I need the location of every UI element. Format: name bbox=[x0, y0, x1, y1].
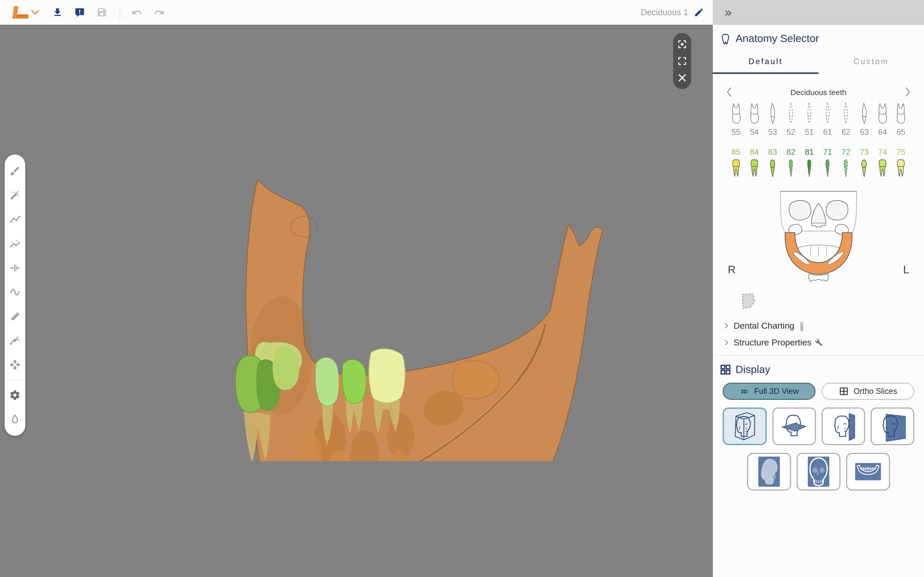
implant-icon bbox=[798, 322, 806, 330]
opacity-tool[interactable] bbox=[9, 414, 21, 425]
save-button[interactable] bbox=[96, 6, 108, 18]
thumb-lateral-ceph-view[interactable] bbox=[747, 453, 791, 490]
expander-structure-properties[interactable]: Structure Properties bbox=[723, 337, 924, 348]
upper-tooth-number: 65 bbox=[892, 127, 910, 137]
upper-tooth-64[interactable] bbox=[874, 101, 892, 125]
toolbar-divider bbox=[120, 5, 120, 20]
upper-tooth-55[interactable] bbox=[727, 101, 745, 125]
wrench-icon bbox=[815, 339, 823, 347]
lower-tooth-71[interactable] bbox=[818, 158, 837, 179]
skull-diagram[interactable] bbox=[775, 189, 863, 284]
upper-tooth-number: 53 bbox=[763, 127, 782, 137]
lower-tooth-number: 82 bbox=[782, 148, 800, 157]
segmentation-toolbar bbox=[5, 155, 25, 436]
expander-dental-charting[interactable]: Dental Charting bbox=[723, 321, 924, 331]
upper-tooth-63[interactable] bbox=[855, 101, 874, 125]
lower-tooth-84[interactable] bbox=[745, 158, 763, 179]
lower-tooth-75[interactable] bbox=[892, 158, 910, 179]
view-thumbs-row2 bbox=[713, 453, 924, 490]
panel-header-strip: » bbox=[713, 0, 924, 25]
edit-title-button[interactable] bbox=[694, 7, 704, 18]
tab-default[interactable]: Default bbox=[713, 52, 819, 74]
lower-tooth-number: 73 bbox=[855, 148, 874, 157]
right-panel: Anatomy Selector DefaultCustom Deciduous… bbox=[713, 25, 924, 577]
upper-tooth-number: 61 bbox=[818, 127, 837, 137]
tab-custom[interactable]: Custom bbox=[819, 52, 924, 74]
ruler-tool[interactable] bbox=[9, 311, 21, 322]
section-divider bbox=[713, 355, 924, 356]
thumb-panoramic-view[interactable] bbox=[846, 453, 890, 490]
lower-tooth-72[interactable] bbox=[837, 158, 855, 179]
top-bar: Deciduous 1 » bbox=[0, 0, 924, 25]
upper-tooth-65[interactable] bbox=[892, 101, 910, 125]
thumb-volume-3d-view[interactable] bbox=[723, 408, 767, 445]
undo-button[interactable] bbox=[131, 6, 143, 18]
upper-tooth-51[interactable] bbox=[800, 101, 818, 125]
upper-tooth-61[interactable] bbox=[818, 101, 837, 125]
move-tool[interactable] bbox=[9, 359, 21, 371]
lower-tooth-82[interactable] bbox=[782, 158, 800, 179]
display-header: Display bbox=[720, 363, 924, 376]
soft-tissue-toggle[interactable] bbox=[739, 292, 759, 314]
lower-teeth-numbers: 85848382817172737475 bbox=[713, 148, 924, 157]
lower-tooth-81[interactable] bbox=[800, 158, 818, 179]
side-label-right: R bbox=[728, 264, 735, 276]
curve-tool[interactable] bbox=[9, 287, 21, 298]
carousel-next-icon[interactable] bbox=[904, 86, 912, 98]
upper-tooth-54[interactable] bbox=[745, 101, 763, 125]
teeth-set-label: Deciduous teeth bbox=[713, 86, 924, 99]
side-label-left: L bbox=[903, 264, 909, 276]
thumb-axial-slice-view[interactable] bbox=[772, 408, 816, 445]
chevron-right-icon bbox=[723, 339, 730, 346]
mode-label: Ortho Slices bbox=[854, 387, 897, 396]
settings-tool[interactable] bbox=[9, 390, 21, 401]
lower-tooth-74[interactable] bbox=[874, 158, 892, 179]
upper-tooth-52[interactable] bbox=[782, 101, 800, 125]
svg-text:3D: 3D bbox=[741, 388, 748, 394]
report-alert-button[interactable] bbox=[74, 6, 86, 18]
carousel-prev-icon[interactable] bbox=[725, 86, 733, 98]
collapse-panel-button[interactable]: » bbox=[724, 6, 732, 19]
3d-viewport[interactable] bbox=[0, 25, 713, 577]
thumb-sagittal-slice-view[interactable] bbox=[822, 408, 865, 445]
spline-tool[interactable] bbox=[9, 335, 21, 346]
grid-squares-icon bbox=[720, 364, 732, 376]
upper-tooth-53[interactable] bbox=[763, 101, 782, 125]
viewport-controls bbox=[673, 33, 691, 89]
toolbar-divider bbox=[5, 380, 25, 380]
mode-full-3d-view[interactable]: 3D Full 3D View bbox=[723, 383, 816, 400]
brush-tool[interactable] bbox=[9, 165, 21, 177]
chevron-right-icon bbox=[723, 322, 730, 329]
lower-tooth-number: 84 bbox=[745, 148, 763, 157]
lower-tooth-83[interactable] bbox=[763, 158, 782, 179]
polyline-tool[interactable] bbox=[9, 214, 21, 225]
fit-view[interactable] bbox=[677, 56, 687, 66]
brand-logo[interactable] bbox=[8, 2, 40, 23]
lower-tooth-73[interactable] bbox=[855, 158, 874, 179]
mode-ortho-slices[interactable]: Ortho Slices bbox=[822, 383, 914, 400]
thumb-coronal-slice-view[interactable] bbox=[871, 408, 914, 445]
close-view[interactable] bbox=[677, 73, 687, 83]
lower-tooth-85[interactable] bbox=[727, 158, 745, 179]
tooth-icon bbox=[720, 33, 732, 45]
teeth-set-carousel: Deciduous teeth bbox=[713, 86, 924, 99]
mandible-3d-model[interactable] bbox=[219, 165, 606, 461]
focus-model[interactable] bbox=[677, 39, 687, 50]
upper-tooth-number: 52 bbox=[782, 127, 800, 137]
upper-tooth-number: 64 bbox=[874, 127, 892, 137]
thumb-frontal-ceph-view[interactable] bbox=[796, 453, 840, 490]
anatomy-selector-header: Anatomy Selector bbox=[720, 32, 924, 45]
lower-tooth-number: 72 bbox=[837, 148, 855, 157]
redo-button[interactable] bbox=[153, 6, 165, 18]
magic-wand-tool[interactable] bbox=[9, 190, 21, 201]
upper-tooth-62[interactable] bbox=[837, 101, 855, 125]
lower-tooth-number: 75 bbox=[892, 148, 910, 157]
upper-tooth-number: 62 bbox=[837, 127, 855, 137]
lower-tooth-number: 81 bbox=[800, 148, 818, 157]
smart-polyline-tool[interactable] bbox=[9, 238, 21, 249]
document-title: Deciduous 1 bbox=[641, 8, 688, 17]
snap-edges-tool[interactable] bbox=[9, 262, 21, 274]
top-toolbar: Deciduous 1 bbox=[0, 0, 713, 25]
expander-label: Structure Properties bbox=[733, 337, 811, 348]
download-button[interactable] bbox=[52, 6, 63, 18]
